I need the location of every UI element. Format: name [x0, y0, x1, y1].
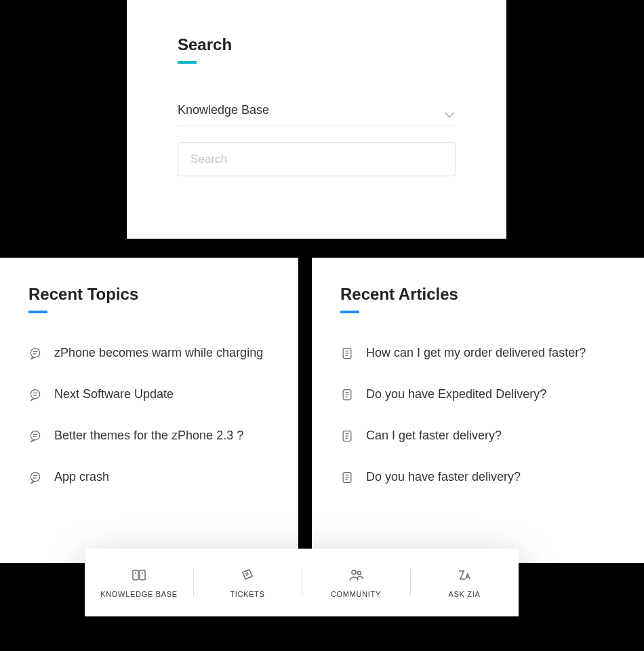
- ticket-icon: [239, 567, 256, 583]
- nav-label: TICKETS: [230, 590, 264, 598]
- list-item[interactable]: zPhone becomes warm while charging: [28, 346, 270, 360]
- nav-label: KNOWLEDGE BASE: [100, 590, 178, 598]
- search-input[interactable]: [178, 142, 456, 176]
- list-item-label: Do you have faster delivery?: [366, 470, 521, 484]
- chevron-down-icon: [446, 110, 456, 119]
- zia-icon: [456, 567, 472, 583]
- nav-label: ASK ZIA: [448, 590, 480, 598]
- document-icon: [340, 471, 354, 484]
- nav-bar: KNOWLEDGE BASE TICKETS COMMUNITY: [85, 549, 519, 616]
- svg-point-3: [31, 389, 39, 398]
- recent-articles-card: Recent Articles How can I get my order d…: [312, 258, 644, 563]
- svg-line-33: [246, 574, 249, 576]
- svg-point-35: [358, 572, 361, 575]
- list-item[interactable]: How can I get my order delivered faster?: [340, 346, 616, 360]
- document-icon: [340, 388, 354, 401]
- list-item[interactable]: App crash: [28, 470, 270, 484]
- topics-list: zPhone becomes warm while charging Next …: [28, 346, 270, 484]
- list-item-label: Better themes for the zPhone 2.3 ?: [54, 429, 243, 443]
- svg-point-0: [31, 348, 39, 357]
- comment-icon: [28, 471, 42, 484]
- svg-rect-29: [140, 570, 145, 580]
- articles-title: Recent Articles: [340, 285, 616, 304]
- nav-knowledge-base[interactable]: KNOWLEDGE BASE: [85, 549, 193, 616]
- search-title: Search: [178, 35, 456, 54]
- recent-topics-card: Recent Topics zPhone becomes warm while …: [0, 258, 298, 563]
- search-card: Search Knowledge Base: [127, 0, 506, 239]
- svg-point-9: [31, 472, 39, 481]
- title-underline: [178, 61, 197, 64]
- list-item[interactable]: Can I get faster delivery?: [340, 429, 616, 443]
- list-item-label: How can I get my order delivered faster?: [366, 346, 586, 360]
- comment-icon: [28, 388, 42, 401]
- svg-line-32: [245, 572, 248, 574]
- community-icon: [348, 567, 364, 583]
- comment-icon: [28, 347, 42, 360]
- list-item-label: Can I get faster delivery?: [366, 429, 502, 443]
- select-label: Knowledge Base: [178, 103, 269, 117]
- nav-tickets[interactable]: TICKETS: [193, 549, 302, 616]
- title-underline: [28, 311, 47, 313]
- list-item[interactable]: Do you have faster delivery?: [340, 470, 616, 484]
- nav-ask-zia[interactable]: ASK ZIA: [410, 549, 519, 616]
- document-icon: [340, 429, 354, 443]
- svg-point-34: [352, 570, 356, 574]
- list-item[interactable]: Do you have Expedited Delivery?: [340, 387, 616, 401]
- document-icon: [340, 347, 354, 360]
- nav-label: COMMUNITY: [331, 590, 381, 598]
- comment-icon: [28, 429, 42, 443]
- svg-point-6: [31, 431, 39, 439]
- list-item-label: Next Software Update: [54, 387, 174, 401]
- book-icon: [131, 567, 147, 583]
- list-item[interactable]: Next Software Update: [28, 387, 270, 401]
- nav-community[interactable]: COMMUNITY: [302, 549, 410, 616]
- list-item-label: App crash: [54, 470, 109, 484]
- articles-list: How can I get my order delivered faster?…: [340, 346, 616, 484]
- title-underline: [340, 311, 359, 313]
- topics-title: Recent Topics: [28, 285, 270, 304]
- svg-rect-28: [133, 570, 138, 580]
- knowledge-base-select[interactable]: Knowledge Base: [178, 103, 456, 126]
- list-item[interactable]: Better themes for the zPhone 2.3 ?: [28, 429, 270, 443]
- list-item-label: Do you have Expedited Delivery?: [366, 387, 546, 401]
- list-item-label: zPhone becomes warm while charging: [54, 346, 263, 360]
